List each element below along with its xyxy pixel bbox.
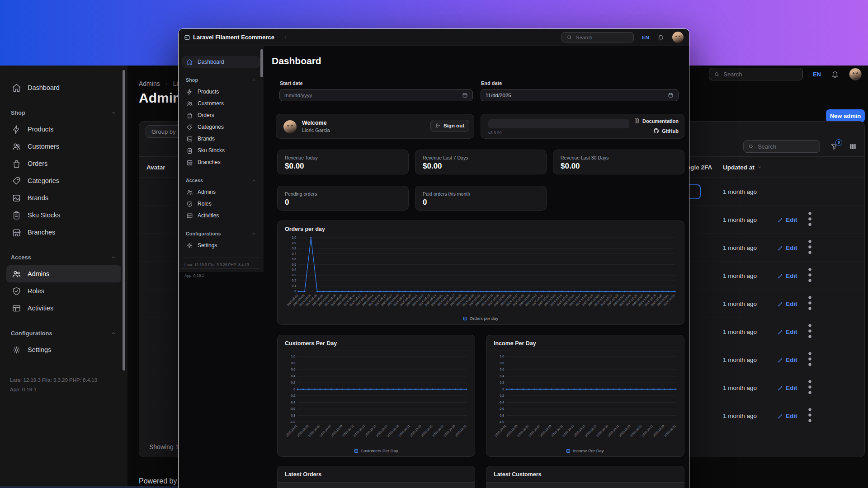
row-actions-menu-button[interactable]: [800, 335, 820, 343]
sidebar-collapse-button[interactable]: [283, 34, 289, 41]
sign-out-button[interactable]: Sign out: [430, 120, 469, 131]
sidebar-item-branches[interactable]: Branches: [182, 156, 260, 168]
chevron-up-icon[interactable]: [110, 254, 117, 261]
sidebar-scrollbar[interactable]: [123, 70, 125, 371]
end-date-input[interactable]: 11/dd/2025: [481, 89, 679, 101]
chevron-up-icon[interactable]: [110, 330, 117, 337]
filament-logo-placeholder: [488, 119, 629, 128]
sidebar-item-categories[interactable]: Categories: [182, 121, 260, 133]
row-actions-menu-button[interactable]: [800, 363, 820, 371]
edit-button[interactable]: Edit: [777, 300, 800, 307]
row-actions-menu-button[interactable]: [800, 307, 820, 314]
broken-image-icon: [184, 34, 190, 41]
sidebar-group-configurations[interactable]: Configurations: [182, 231, 260, 236]
sidebar-item-label: Settings: [28, 346, 51, 353]
sidebar-item-products[interactable]: Products: [6, 121, 121, 138]
sidebar-item-dashboard[interactable]: Dashboard: [6, 79, 121, 96]
sidebar-item-orders[interactable]: Orders: [6, 155, 121, 172]
edit-button[interactable]: Edit: [777, 272, 800, 279]
row-actions-menu-button[interactable]: [800, 419, 820, 427]
edit-button[interactable]: Edit: [777, 385, 800, 391]
sidebar-item-roles[interactable]: Roles: [182, 198, 260, 210]
brand[interactable]: Laravel Filament Ecommerce: [184, 34, 274, 41]
sidebar-item-label: Products: [198, 89, 219, 95]
sidebar-item-roles[interactable]: Roles: [6, 282, 121, 300]
edit-button[interactable]: Edit: [777, 328, 800, 335]
row-actions-menu-button[interactable]: [800, 391, 820, 399]
group-by-button[interactable]: Group by: [146, 125, 181, 138]
sidebar-item-admins[interactable]: Admins: [182, 186, 260, 198]
sidebar-group-access[interactable]: Access: [182, 178, 260, 183]
sidebar-group-shop[interactable]: Shop: [182, 77, 260, 83]
latest-orders-card: Latest Orders Customer Branch Total pric…: [277, 466, 475, 488]
sidebar-item-admins[interactable]: Admins: [6, 265, 121, 282]
chevron-up-icon[interactable]: [251, 231, 256, 236]
edit-button[interactable]: Edit: [777, 413, 800, 419]
row-actions-menu-button[interactable]: [800, 223, 820, 230]
row-actions-menu-button[interactable]: [800, 251, 820, 258]
start-date-input[interactable]: mm/dd/yyyy: [279, 89, 473, 101]
sidebar-item-products[interactable]: Products: [182, 86, 260, 98]
chart-legend[interactable]: Income Per Day: [486, 448, 684, 453]
global-search[interactable]: [709, 68, 803, 80]
calendar-icon[interactable]: [462, 92, 468, 98]
window-global-search[interactable]: [561, 32, 634, 42]
sidebar-item-label: Roles: [28, 287, 44, 295]
row-actions-menu-button[interactable]: [800, 279, 820, 286]
chart-legend[interactable]: Orders per day: [278, 316, 684, 321]
search-input[interactable]: [723, 71, 798, 78]
sidebar-item-branches[interactable]: Branches: [6, 224, 121, 241]
sidebar-item-dashboard[interactable]: Dashboard: [182, 56, 260, 68]
svg-text:-0.6: -0.6: [499, 407, 504, 410]
bell-icon[interactable]: [657, 34, 664, 41]
sidebar-item-activities[interactable]: Activities: [182, 210, 260, 221]
col-updated-at[interactable]: Updated at: [723, 164, 777, 171]
pagination-summary: Showing 1 t: [149, 443, 182, 450]
breadcrumb-root[interactable]: Admins: [139, 80, 160, 87]
sidebar-group-shop[interactable]: Shop: [6, 110, 121, 116]
edit-button[interactable]: Edit: [777, 357, 800, 363]
users-icon: [12, 142, 21, 151]
sidebar-group-access[interactable]: Access: [6, 254, 121, 261]
table-search[interactable]: [743, 140, 820, 153]
sidebar-item-customers[interactable]: Customers: [6, 138, 121, 155]
pencil-icon: [777, 329, 783, 335]
sidebar-item-label: Dashboard: [198, 59, 224, 65]
window-language-switcher[interactable]: EN: [642, 35, 649, 40]
table-search-input[interactable]: [758, 143, 815, 150]
welcome-card: Welcome Lloric Garcia Sign out: [276, 114, 474, 139]
filter-button[interactable]: 0: [830, 142, 839, 151]
language-switcher[interactable]: EN: [813, 71, 821, 78]
window-search-input[interactable]: [576, 35, 629, 40]
sidebar-item-settings[interactable]: Settings: [6, 341, 121, 358]
sidebar-group-configurations[interactable]: Configurations: [6, 330, 121, 337]
chart-legend[interactable]: Customers Per Day: [278, 448, 475, 453]
sidebar-item-sku-stocks[interactable]: Sku Stocks: [182, 145, 260, 156]
window-sidebar-scrollbar[interactable]: [260, 49, 263, 77]
edit-button[interactable]: Edit: [777, 216, 800, 223]
chevron-up-icon[interactable]: [251, 178, 256, 183]
edit-button[interactable]: Edit: [777, 244, 800, 251]
divider: [278, 351, 475, 351]
new-admin-button[interactable]: New admin: [826, 109, 865, 122]
sidebar-item-sku-stocks[interactable]: Sku Stocks: [6, 206, 121, 224]
user-avatar[interactable]: [849, 68, 862, 80]
window-user-avatar[interactable]: [672, 32, 684, 43]
sidebar-item-orders[interactable]: Orders: [182, 109, 260, 121]
chevron-up-icon[interactable]: [110, 110, 117, 116]
latest-orders-header: Customer Branch Total price Purchased at: [278, 482, 475, 488]
sidebar-item-label: Products: [28, 126, 53, 133]
sidebar-item-settings[interactable]: Settings: [182, 239, 260, 251]
sidebar-item-activities[interactable]: Activities: [6, 300, 121, 317]
sidebar-item-brands[interactable]: Brands: [182, 133, 260, 145]
sidebar-item-customers[interactable]: Customers: [182, 98, 260, 109]
sidebar-item-categories[interactable]: Categories: [6, 172, 121, 189]
bell-icon[interactable]: [831, 70, 839, 78]
chevron-up-icon[interactable]: [251, 78, 256, 83]
documentation-link[interactable]: Documentation: [634, 118, 679, 124]
github-link[interactable]: GitHub: [653, 128, 679, 134]
updated-at-cell: 1 month ago: [723, 413, 777, 419]
toggle-columns-button[interactable]: [849, 142, 857, 151]
sidebar-item-brands[interactable]: Brands: [6, 189, 121, 206]
calendar-icon[interactable]: [668, 92, 674, 98]
